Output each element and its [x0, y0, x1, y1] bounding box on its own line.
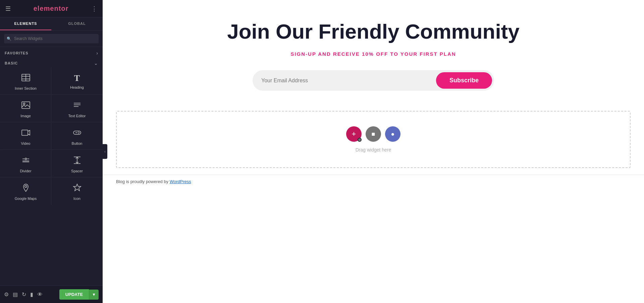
favorites-title: FAVORITES [5, 51, 29, 55]
grid-menu[interactable]: ⋮ [91, 5, 97, 12]
eye-icon[interactable]: 👁 [37, 292, 43, 298]
plus-icon: + [352, 130, 356, 138]
sidebar-wrapper: ☰ elementor ⋮ ELEMENTS GLOBAL [0, 0, 103, 303]
sidebar-collapse-handle[interactable]: ‹ [103, 144, 107, 159]
app-logo: elementor [34, 5, 69, 12]
svg-marker-23 [73, 184, 81, 191]
favorites-section: FAVORITES › [0, 47, 103, 57]
tab-elements[interactable]: ELEMENTS [0, 17, 51, 30]
sidebar: ☰ elementor ⋮ ELEMENTS GLOBAL [0, 0, 103, 303]
google-maps-label: Google Maps [15, 197, 37, 201]
icon-icon [72, 183, 82, 194]
svg-rect-4 [22, 102, 30, 109]
button-icon [72, 128, 82, 139]
add-widget-button[interactable]: + [346, 126, 362, 142]
text-editor-icon [72, 100, 82, 111]
video-icon [21, 128, 31, 139]
subscribe-button[interactable]: Subscribe [436, 72, 492, 89]
sidebar-header: ☰ elementor ⋮ [0, 0, 103, 17]
widget-google-maps[interactable]: Google Maps [0, 177, 51, 205]
settings-icon[interactable]: ⚙ [4, 291, 9, 298]
tab-global[interactable]: GLOBAL [51, 17, 103, 30]
template-icon: ● [391, 131, 395, 138]
svg-point-16 [25, 158, 26, 160]
layers-icon[interactable]: ▤ [13, 291, 18, 298]
preview-icon[interactable]: ▮ [30, 291, 33, 298]
email-input[interactable] [255, 72, 436, 89]
widget-video[interactable]: Video [0, 122, 51, 150]
heading-label: Heading [70, 85, 84, 89]
widget-button[interactable]: Button [51, 122, 103, 150]
widget-divider[interactable]: Divider [0, 150, 51, 177]
widgets-grid: Inner Section T Heading [0, 67, 103, 205]
widget-inner-section[interactable]: Inner Section [0, 67, 51, 95]
folder-button[interactable]: ■ [366, 126, 381, 142]
sidebar-bottom-bar: ⚙ ▤ ↻ ▮ 👁 UPDATE ▼ [0, 286, 103, 303]
widget-heading[interactable]: T Heading [51, 67, 103, 95]
basic-arrow-icon: ⌄ [94, 60, 98, 66]
video-label: Video [21, 141, 31, 145]
page-footer: Blog is proudly powered by WordPress [103, 175, 644, 188]
text-editor-label: Text Editor [68, 114, 86, 118]
image-icon [21, 100, 31, 111]
favorites-header[interactable]: FAVORITES › [5, 50, 98, 56]
svg-point-5 [23, 103, 25, 105]
template-button[interactable]: ● [385, 126, 400, 142]
email-form: Subscribe [253, 70, 494, 91]
widget-icon[interactable]: Icon [51, 177, 103, 205]
svg-point-22 [25, 185, 27, 187]
folder-icon: ■ [372, 131, 375, 138]
hero-title: Join Our Friendly Community [109, 20, 637, 43]
svg-line-13 [78, 133, 79, 134]
icon-label: Icon [73, 197, 80, 201]
basic-header[interactable]: BASIC ⌄ [5, 60, 98, 66]
hamburger-icon: ☰ [5, 5, 11, 12]
basic-title: BASIC [5, 61, 18, 65]
drop-zone-buttons: + ■ ● [346, 126, 400, 142]
update-button-group: UPDATE ▼ [59, 289, 99, 300]
search-input[interactable] [4, 34, 99, 43]
divider-label: Divider [20, 169, 31, 173]
svg-rect-9 [22, 130, 28, 135]
inner-section-label: Inner Section [15, 86, 37, 90]
grid-icon: ⋮ [91, 5, 97, 12]
hamburger-menu[interactable]: ☰ [5, 5, 11, 12]
main-content: Join Our Friendly Community SIGN-UP AND … [103, 0, 644, 303]
update-button[interactable]: UPDATE [59, 289, 89, 300]
divider-icon [21, 156, 31, 166]
hero-subtitle: SIGN-UP AND RECEIVE 10% OFF TO YOUR FIRS… [109, 51, 637, 57]
spacer-label: Spacer [71, 169, 83, 173]
footer-text: Blog is proudly powered by [116, 179, 170, 184]
heading-icon: T [74, 74, 80, 83]
hero-section: Join Our Friendly Community SIGN-UP AND … [103, 0, 644, 104]
sidebar-tabs: ELEMENTS GLOBAL [0, 17, 103, 31]
sidebar-search-area [0, 31, 103, 47]
search-wrap [4, 34, 99, 43]
app-container: ☰ elementor ⋮ ELEMENTS GLOBAL [0, 0, 644, 303]
svg-line-12 [78, 132, 79, 133]
basic-section-header-area: BASIC ⌄ [0, 57, 103, 67]
bottom-icons: ⚙ ▤ ↻ ▮ 👁 [4, 291, 43, 298]
google-maps-icon [21, 183, 31, 194]
footer-wordpress-link[interactable]: WordPress [170, 179, 191, 184]
widget-text-editor[interactable]: Text Editor [51, 95, 103, 122]
drop-label: Drag widget here [356, 147, 391, 153]
image-label: Image [20, 114, 31, 118]
history-icon[interactable]: ↻ [22, 291, 26, 298]
widget-spacer[interactable]: Spacer [51, 150, 103, 177]
button-label: Button [72, 141, 83, 145]
widget-image[interactable]: Image [0, 95, 51, 122]
inner-section-icon [21, 73, 31, 84]
favorites-arrow-icon: › [96, 50, 98, 56]
spacer-icon [72, 156, 82, 166]
drop-zone: + ■ ● Drag widget here [116, 111, 631, 168]
update-dropdown-button[interactable]: ▼ [89, 290, 99, 300]
